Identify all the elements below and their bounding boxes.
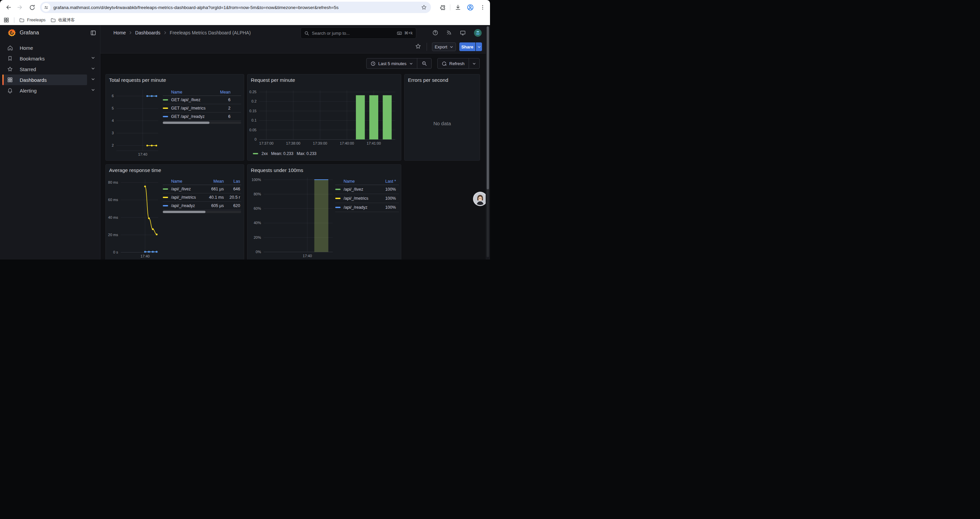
legend-scrollbar[interactable] xyxy=(163,211,241,213)
series-name[interactable]: /api/_/metrics xyxy=(171,195,204,200)
sidebar-item-starred[interactable]: Starred xyxy=(2,64,87,75)
column-header-name[interactable]: Name xyxy=(171,179,204,184)
column-header-last[interactable]: Las xyxy=(224,179,241,184)
series-swatch xyxy=(163,116,168,117)
bookmark-folder-blogs[interactable]: 收藏博客 xyxy=(50,18,75,23)
series-last: 100% xyxy=(376,205,396,210)
browser-menu-icon[interactable] xyxy=(478,3,487,12)
no-data-message: No data xyxy=(405,121,480,126)
panel-title[interactable]: Errors per second xyxy=(408,77,448,83)
brand-title: Grafana xyxy=(20,30,39,36)
refresh-interval-button[interactable] xyxy=(469,62,479,65)
series-name[interactable]: /api/_/livez xyxy=(344,187,376,192)
chevron-down-icon[interactable] xyxy=(91,56,96,60)
time-range-label: Last 5 minutes xyxy=(378,61,407,66)
scrollbar-thumb[interactable] xyxy=(487,26,489,189)
column-header-last[interactable]: Last * xyxy=(376,179,396,184)
legend-row: /api/_/metrics 40.1 ms 20.5 r xyxy=(163,193,241,202)
column-header-name[interactable]: Name xyxy=(171,90,210,94)
bookmark-folder-freeleaps[interactable]: Freeleaps xyxy=(19,18,46,23)
sidebar-item-bookmarks[interactable]: Bookmarks xyxy=(2,53,87,64)
svg-text:20%: 20% xyxy=(253,235,261,240)
export-button[interactable]: Export xyxy=(432,42,456,51)
chevron-down-icon xyxy=(409,62,413,65)
screen: grafana.mathmast.com/d/deytv4rwavabkb/fr… xyxy=(0,0,490,260)
column-header-mean[interactable]: Mean xyxy=(204,179,224,184)
chevron-down-icon[interactable] xyxy=(91,66,96,71)
site-info-icon[interactable] xyxy=(42,3,50,12)
address-bar[interactable]: grafana.mathmast.com/d/deytv4rwavabkb/fr… xyxy=(40,2,431,13)
downloads-icon[interactable] xyxy=(453,3,463,12)
legend-table: Name Last * /api/_/livez 100% /api/_/met… xyxy=(335,178,399,212)
panel-avg-response: Average response time 17:4080 ms60 ms40 … xyxy=(105,164,244,260)
panel-title[interactable]: Requests under 100ms xyxy=(251,167,303,173)
column-header-mean[interactable]: Mean xyxy=(210,90,231,94)
user-avatar[interactable] xyxy=(474,29,482,37)
series-name[interactable]: 2xx xyxy=(261,151,268,156)
panel-title[interactable]: Request per minute xyxy=(251,77,295,83)
svg-text:17:40: 17:40 xyxy=(140,254,150,258)
under-100ms-chart[interactable]: 17:40100%80%60%40%20%0% xyxy=(250,177,334,260)
sidebar-item-alerting[interactable]: Alerting xyxy=(2,85,87,96)
refresh-icon xyxy=(442,61,447,66)
chevron-down-icon[interactable] xyxy=(91,88,96,92)
breadcrumb-dashboards[interactable]: Dashboards xyxy=(135,30,161,35)
search-input[interactable]: Search or jump to... ⌘+k xyxy=(301,27,416,39)
svg-text:80 ms: 80 ms xyxy=(108,180,118,184)
keyboard-icon xyxy=(396,30,402,36)
column-header-name[interactable]: Name xyxy=(344,179,376,184)
home-icon xyxy=(6,45,14,51)
breadcrumb-home[interactable]: Home xyxy=(113,30,126,35)
panel-title[interactable]: Average response time xyxy=(109,167,161,173)
legend-scrollbar[interactable] xyxy=(163,121,241,124)
panel-title[interactable]: Total requests per minute xyxy=(109,77,166,83)
sidebar-toggle-icon[interactable] xyxy=(90,30,96,36)
brand-area: Grafana xyxy=(0,25,100,40)
back-icon[interactable] xyxy=(4,3,13,12)
total-requests-chart[interactable]: 17:4065432 xyxy=(108,86,159,160)
apps-grid-icon[interactable] xyxy=(3,17,10,23)
page-scrollbar[interactable] xyxy=(486,25,490,260)
series-name[interactable]: /api/_/livez xyxy=(171,187,204,192)
assistant-avatar[interactable] xyxy=(474,193,486,205)
series-name[interactable]: /api/_/readyz xyxy=(171,203,204,208)
rss-icon[interactable] xyxy=(446,30,452,36)
series-name[interactable]: /api/_/readyz xyxy=(344,205,376,210)
request-per-minute-chart[interactable]: 17:37:0017:38:0017:39:0017:40:0017:41:00… xyxy=(250,88,399,156)
panel-request-per-minute: Request per minute 17:37:0017:38:0017:39… xyxy=(247,74,401,161)
chevron-down-icon[interactable] xyxy=(91,77,96,81)
series-swatch xyxy=(163,205,168,206)
reload-icon[interactable] xyxy=(27,3,37,12)
url-text[interactable]: grafana.mathmast.com/d/deytv4rwavabkb/fr… xyxy=(53,5,421,10)
share-button[interactable]: Share xyxy=(459,42,475,51)
bookmarks-bar: Freeleaps 收藏博客 xyxy=(0,15,490,25)
profile-icon[interactable] xyxy=(466,3,475,12)
series-last: 100% xyxy=(376,187,396,192)
bookmark-star-icon[interactable] xyxy=(421,4,427,10)
share-menu-button[interactable] xyxy=(476,42,482,51)
monitor-icon[interactable] xyxy=(460,30,466,36)
series-name[interactable]: GET /api/_/readyz xyxy=(171,114,210,119)
legend-row: GET /api/_/livez 6 xyxy=(163,96,241,104)
avg-response-chart[interactable]: 17:4080 ms60 ms40 ms20 ms0 s xyxy=(108,177,159,260)
zoom-out-button[interactable] xyxy=(417,61,431,66)
sidebar-item-dashboards[interactable]: Dashboards xyxy=(2,75,87,85)
extensions-icon[interactable] xyxy=(438,3,447,12)
breadcrumb: Home Dashboards Freeleaps Metrics Dashbo… xyxy=(113,25,251,40)
refresh-button[interactable]: Refresh xyxy=(438,61,469,66)
legend-row: /api/_/readyz 605 µs 620 xyxy=(163,202,241,210)
folder-icon xyxy=(19,18,25,23)
grafana-logo[interactable] xyxy=(7,29,16,37)
time-range-button[interactable]: Last 5 minutes xyxy=(367,61,417,66)
series-name[interactable]: /api/_/metrics xyxy=(344,196,376,201)
series-name[interactable]: GET /api/_/livez xyxy=(171,97,210,102)
sidebar-item-home[interactable]: Home xyxy=(2,42,87,53)
svg-text:17:38:00: 17:38:00 xyxy=(286,141,301,145)
forward-icon[interactable] xyxy=(15,3,24,12)
favorite-star-icon[interactable] xyxy=(415,43,421,50)
svg-text:60 ms: 60 ms xyxy=(108,198,118,202)
help-icon[interactable] xyxy=(432,30,438,36)
svg-text:4: 4 xyxy=(112,118,114,123)
series-last: 646 xyxy=(224,187,241,192)
series-name[interactable]: GET /api/_/metrics xyxy=(171,106,210,110)
